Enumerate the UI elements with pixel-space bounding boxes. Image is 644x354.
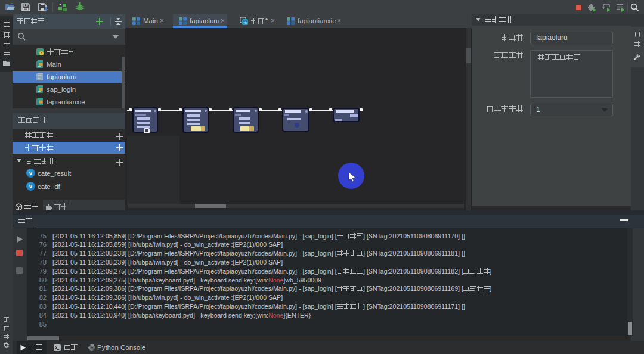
- svg-text:vb: vb: [243, 21, 247, 24]
